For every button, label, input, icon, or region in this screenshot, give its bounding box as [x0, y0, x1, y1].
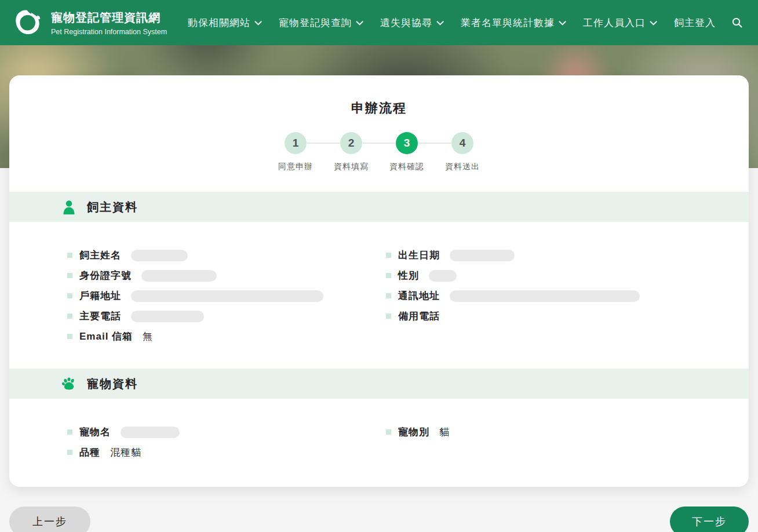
nav-label: 業者名單與統計數據: [461, 16, 555, 30]
field-pet-breed: 品種 混種貓: [67, 446, 386, 459]
owner-fields-right: 出生日期 性別 通訊地址 備用電話: [386, 249, 705, 343]
nav-label: 寵物登記與查詢: [279, 16, 352, 30]
owner-fields: 飼主姓名 身份證字號 戶籍地址 主要電話: [9, 222, 749, 349]
bullet-icon: [386, 429, 391, 435]
field-label: 備用電話: [398, 309, 440, 323]
field-owner-birthdate: 出生日期: [386, 249, 705, 262]
field-pet-name: 寵物名: [67, 425, 386, 439]
step-label: 同意申辦: [278, 162, 313, 172]
search-button[interactable]: [731, 17, 743, 28]
redacted-value: [131, 311, 204, 322]
redacted-value: [450, 290, 640, 302]
nav-label: 飼主登入: [674, 16, 716, 30]
search-icon: [731, 17, 743, 28]
redacted-value: [141, 270, 217, 282]
bullet-icon: [67, 429, 72, 435]
step-circle: 2: [340, 132, 362, 154]
pet-section-header: 寵物資料: [9, 369, 749, 399]
field-owner-backup-phone: 備用電話: [386, 309, 705, 323]
bullet-icon: [386, 253, 391, 258]
pet-fields: 寵物名 品種 混種貓 寵物別 貓: [9, 399, 749, 461]
bullet-icon: [67, 334, 72, 339]
field-owner-email: Email 信箱 無: [67, 330, 386, 343]
step-label: 資料填寫: [334, 162, 369, 172]
field-label: 性別: [398, 269, 419, 282]
field-label: 寵物名: [79, 425, 111, 439]
redacted-value: [450, 250, 515, 261]
bullet-icon: [67, 293, 72, 298]
site-logo-icon: [13, 8, 43, 38]
field-owner-registered-address: 戶籍地址: [67, 289, 386, 303]
field-value: 無: [143, 330, 153, 343]
step-2-fill: 2 資料填寫: [323, 132, 379, 172]
site-title: 寵物登記管理資訊網: [51, 10, 167, 25]
field-value: 貓: [439, 425, 450, 439]
chevron-down-icon: [356, 18, 363, 25]
field-label: 身份證字號: [79, 269, 132, 282]
pet-section-title: 寵物資料: [87, 376, 138, 392]
field-label: Email 信箱: [79, 330, 133, 343]
step-circle: 1: [285, 132, 307, 154]
field-label: 寵物別: [398, 425, 429, 439]
bullet-icon: [386, 273, 391, 278]
chevron-down-icon: [650, 18, 657, 25]
bullet-icon: [67, 253, 72, 258]
field-label: 飼主姓名: [79, 249, 121, 262]
application-card: 申辦流程 1 同意申辦 2 資料填寫 3 資料確認 4 資料送出: [9, 75, 749, 487]
nav-label: 遺失與協尋: [380, 16, 432, 30]
site-header: 寵物登記管理資訊網 Pet Registration Information S…: [0, 0, 758, 45]
field-owner-mailing-address: 通訊地址: [386, 289, 705, 303]
field-label: 主要電話: [79, 309, 121, 323]
field-owner-gender: 性別: [386, 269, 705, 282]
site-subtitle: Pet Registration Information System: [51, 28, 167, 36]
bullet-icon: [67, 450, 72, 455]
field-owner-name: 飼主姓名: [67, 249, 386, 262]
chevron-down-icon: [559, 18, 566, 25]
redacted-value: [429, 270, 457, 282]
bullet-icon: [386, 314, 391, 319]
nav-item-vendor-stats[interactable]: 業者名單與統計數據: [461, 16, 564, 30]
nav-label: 工作人員入口: [583, 16, 646, 30]
field-label: 出生日期: [398, 249, 440, 262]
paw-icon: [61, 376, 76, 391]
previous-step-button[interactable]: 上一步: [9, 507, 90, 532]
nav-item-lost-found[interactable]: 遺失與協尋: [380, 16, 442, 30]
chevron-down-icon: [436, 18, 444, 25]
field-value: 混種貓: [110, 446, 141, 459]
redacted-value: [131, 290, 323, 302]
field-owner-primary-phone: 主要電話: [67, 309, 386, 323]
nav-label: 動保相關網站: [188, 16, 250, 30]
bullet-icon: [67, 314, 72, 319]
field-label: 品種: [79, 446, 100, 459]
chevron-down-icon: [254, 18, 262, 25]
process-stepper: 1 同意申辦 2 資料填寫 3 資料確認 4 資料送出: [9, 132, 749, 172]
step-1-agree: 1 同意申辦: [268, 132, 323, 172]
brand[interactable]: 寵物登記管理資訊網 Pet Registration Information S…: [13, 8, 167, 38]
next-step-button[interactable]: 下一步: [670, 507, 749, 532]
owner-section-header: 飼主資料: [9, 192, 749, 222]
redacted-value: [121, 427, 180, 438]
nav-item-owner-login[interactable]: 飼主登入: [674, 16, 716, 30]
nav-item-staff-portal[interactable]: 工作人員入口: [583, 16, 655, 30]
step-label: 資料送出: [445, 162, 480, 172]
footer-actions: 上一步 下一步: [9, 507, 749, 532]
process-title: 申辦流程: [9, 100, 749, 117]
field-owner-id: 身份證字號: [67, 269, 386, 282]
field-label: 通訊地址: [398, 289, 440, 303]
step-3-confirm-active: 3 資料確認: [379, 132, 435, 172]
pet-fields-right: 寵物別 貓: [386, 425, 705, 459]
nav-item-registration-query[interactable]: 寵物登記與查詢: [279, 16, 361, 30]
nav-item-animal-sites[interactable]: 動保相關網站: [188, 16, 260, 30]
pet-fields-left: 寵物名 品種 混種貓: [67, 425, 386, 459]
step-label: 資料確認: [389, 162, 424, 172]
bullet-icon: [67, 273, 72, 278]
person-icon: [61, 199, 76, 214]
field-pet-type: 寵物別 貓: [386, 425, 705, 439]
bullet-icon: [386, 293, 391, 298]
field-label: 戶籍地址: [79, 289, 121, 303]
step-circle-active: 3: [396, 132, 418, 154]
step-4-submit: 4 資料送出: [435, 132, 490, 172]
owner-fields-left: 飼主姓名 身份證字號 戶籍地址 主要電話: [67, 249, 386, 343]
step-circle: 4: [451, 132, 473, 154]
owner-section-title: 飼主資料: [87, 199, 138, 215]
